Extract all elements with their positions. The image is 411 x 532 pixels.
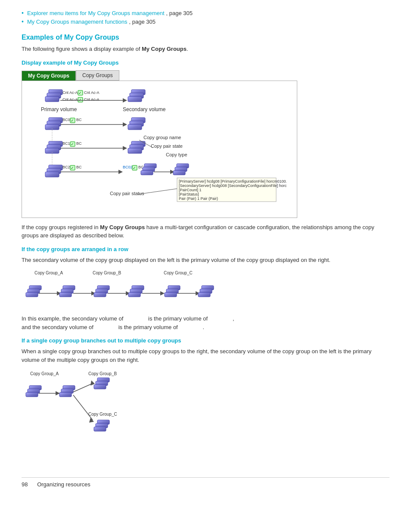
main-diagram-svg: Cnt Ac-A01 ✓ Cnt Ac-A Cnt Ac-A01 ✓ Cnt A…: [28, 85, 286, 210]
svg-rect-128: [94, 427, 106, 431]
svg-text:Copy pair status: Copy pair status: [110, 191, 144, 196]
svg-text:Primary volume: Primary volume: [41, 106, 77, 112]
bullet-item-1: Explorer menu items for My Copy Groups m…: [22, 9, 389, 17]
svg-text:[SecondaryServer] hcdg008 [Sec: [SecondaryServer] hcdg008 [SecondaryConf…: [179, 184, 286, 188]
footer-section: Organizing resources: [37, 481, 90, 488]
svg-text:Copy type: Copy type: [166, 152, 187, 157]
svg-text:Copy Group_A: Copy Group_A: [30, 371, 59, 376]
svg-text:[PairCount] 1: [PairCount] 1: [179, 188, 202, 192]
svg-text:BC: BC: [76, 141, 82, 146]
svg-text:✓: ✓: [71, 142, 74, 146]
page-ref-1: , page 305: [166, 10, 193, 16]
cascade-diagram-area: Copy Group_A Copy Group_B Copy Group_C: [22, 268, 389, 308]
branch-diagram-area: Copy Group_A Copy Group_B Copy Group_C: [22, 368, 389, 464]
subsection2-title: If the copy groups are arranged in a row: [22, 246, 389, 252]
branch-diagram-svg: Copy Group_A Copy Group_B Copy Group_C: [22, 368, 211, 463]
subsection1-title: Display example of My Copy Groups: [22, 59, 389, 66]
svg-rect-122: [94, 385, 106, 389]
svg-text:✓: ✓: [78, 91, 82, 95]
tab-bar: My Copy Groups Copy Groups: [22, 70, 389, 81]
section-intro: The following figure shows a display exa…: [22, 45, 389, 53]
svg-rect-91: [94, 292, 106, 297]
svg-marker-38: [123, 146, 127, 150]
svg-marker-54: [118, 170, 123, 174]
svg-text:Copy Group_A: Copy Group_A: [34, 271, 63, 275]
svg-text:Copy group name: Copy group name: [143, 135, 181, 140]
svg-marker-26: [123, 122, 127, 127]
svg-rect-85: [59, 292, 72, 297]
svg-rect-29: [128, 124, 142, 130]
page-number: 98: [22, 481, 28, 488]
svg-rect-116: [59, 392, 72, 397]
link-explorer-menu[interactable]: Explorer menu items for My Copy Groups m…: [27, 10, 165, 16]
svg-rect-107: [198, 292, 210, 297]
svg-text:Cnt Ac-A: Cnt Ac-A: [84, 97, 100, 102]
svg-text:Copy Group_B: Copy Group_B: [88, 371, 117, 376]
svg-rect-2: [45, 96, 59, 102]
tab-my-copy-groups[interactable]: My Copy Groups: [22, 71, 76, 81]
link-management-functions[interactable]: My Copy Groups management functions: [27, 19, 128, 25]
svg-text:✓: ✓: [78, 98, 82, 102]
svg-rect-111: [26, 392, 38, 397]
svg-rect-80: [26, 292, 38, 297]
svg-rect-66: [173, 171, 185, 175]
svg-text:Secondary volume: Secondary volume: [123, 106, 166, 112]
page-footer: 98 Organizing resources: [22, 477, 389, 488]
svg-rect-48: [45, 172, 59, 177]
body-para2: The secondary volume of the copy group d…: [22, 256, 389, 264]
svg-text:BC: BC: [76, 118, 82, 122]
svg-text:BC: BC: [76, 165, 82, 169]
subsection3-title: If a single copy group branches out to m…: [22, 337, 389, 344]
diagram-panel: Cnt Ac-A01 ✓ Cnt Ac-A Cnt Ac-A01 ✓ Cnt A…: [22, 81, 297, 218]
body-para3: In this example, the secondary volume of…: [22, 314, 389, 331]
svg-text:Copy Group_C: Copy Group_C: [88, 412, 117, 417]
svg-text:Cnt Ac-A: Cnt Ac-A: [84, 90, 100, 95]
svg-text:✓: ✓: [133, 166, 136, 170]
svg-rect-41: [128, 148, 142, 153]
tab-copy-groups[interactable]: Copy Groups: [76, 70, 119, 81]
svg-text:[PrimaryServer] hcdg08 [Primar: [PrimaryServer] hcdg08 [PrimaryConfigura…: [179, 179, 286, 184]
svg-text:Pair (Pair) 1 Pair (Pair): Pair (Pair) 1 Pair (Pair): [179, 196, 218, 201]
page-ref-2: , page 305: [129, 19, 156, 25]
svg-text:Copy Group_B: Copy Group_B: [93, 271, 121, 275]
bullet-list: Explorer menu items for My Copy Groups m…: [22, 9, 389, 26]
svg-marker-12: [123, 98, 127, 103]
svg-rect-102: [165, 292, 177, 297]
svg-marker-99: [160, 291, 165, 296]
svg-text:✓: ✓: [71, 118, 74, 123]
section-title: Examples of My Copy Groups: [22, 34, 389, 41]
svg-line-118: [73, 383, 93, 392]
svg-rect-15: [128, 96, 142, 102]
bullet-item-2: My Copy Groups management functions , pa…: [22, 17, 389, 26]
svg-text:Copy Group_C: Copy Group_C: [164, 271, 193, 275]
svg-text:✓: ✓: [71, 166, 74, 170]
body-para1: If the copy groups registered in My Copy…: [22, 223, 389, 240]
svg-rect-61: [141, 171, 153, 175]
body-para4: When a single copy group branches out to…: [22, 347, 389, 364]
svg-text:BC02: BC02: [123, 165, 133, 169]
cascade-diagram-svg: Copy Group_A Copy Group_B Copy Group_C: [22, 268, 271, 307]
svg-text:[PairStatus]: [PairStatus]: [179, 192, 199, 196]
svg-text:Copy pair state: Copy pair state: [151, 143, 183, 149]
svg-rect-96: [128, 292, 140, 297]
svg-line-124: [73, 395, 93, 420]
